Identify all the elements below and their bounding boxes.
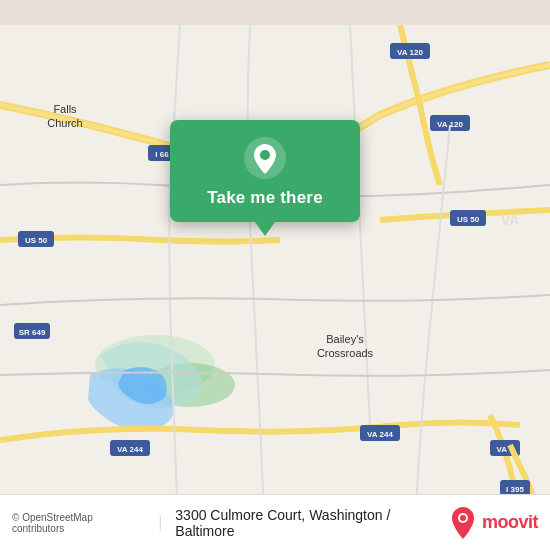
svg-text:Church: Church: [47, 117, 82, 129]
svg-text:I 395: I 395: [506, 485, 524, 494]
svg-text:VA 244: VA 244: [367, 430, 393, 439]
svg-text:SR 649: SR 649: [19, 328, 46, 337]
moovit-logo: moovit: [448, 505, 538, 541]
svg-rect-0: [0, 25, 550, 525]
bottom-bar-left: © OpenStreetMap contributors | 3300 Culm…: [12, 507, 448, 539]
svg-text:Falls: Falls: [53, 103, 77, 115]
map-container: I 66 I 66 VA 120 VA 120 US 50 US 50 VA 2…: [0, 0, 550, 550]
svg-point-33: [460, 515, 466, 521]
svg-text:Crossroads: Crossroads: [317, 347, 374, 359]
moovit-text: moovit: [482, 512, 538, 533]
osm-attribution: © OpenStreetMap contributors: [12, 512, 145, 534]
svg-text:US 50: US 50: [25, 236, 48, 245]
svg-point-31: [260, 150, 270, 160]
moovit-logo-icon: [448, 505, 478, 541]
map-pin-icon: [243, 136, 287, 180]
bottom-bar: © OpenStreetMap contributors | 3300 Culm…: [0, 494, 550, 550]
svg-text:VA: VA: [501, 212, 519, 228]
popup-card: Take me there: [170, 120, 360, 222]
map-background: I 66 I 66 VA 120 VA 120 US 50 US 50 VA 2…: [0, 0, 550, 550]
svg-text:VA 244: VA 244: [117, 445, 143, 454]
svg-text:US 50: US 50: [457, 215, 480, 224]
svg-text:Bailey's: Bailey's: [326, 333, 364, 345]
svg-text:I 66: I 66: [155, 150, 169, 159]
address-label: 3300 Culmore Court, Washington / Baltimo…: [175, 507, 448, 539]
svg-text:VA 120: VA 120: [397, 48, 423, 57]
take-me-there-button[interactable]: Take me there: [207, 188, 323, 208]
